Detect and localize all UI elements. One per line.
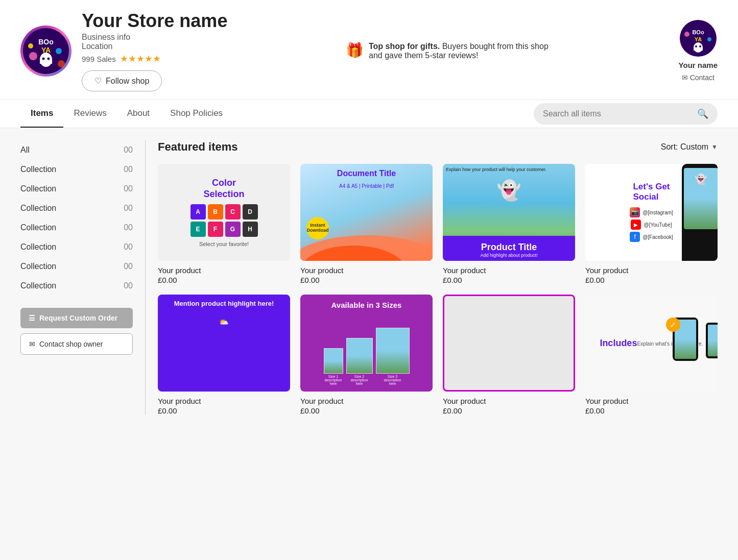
- instagram-icon: 📷: [630, 207, 640, 217]
- document-title: Document Title: [300, 169, 433, 178]
- sort-label: Sort: Custom: [661, 142, 708, 152]
- tab-about[interactable]: About: [117, 100, 160, 128]
- color-box-g: G: [225, 222, 241, 237]
- store-info: Your Store name Business info Location 9…: [82, 10, 227, 91]
- sort-button[interactable]: Sort: Custom ▼: [661, 142, 718, 152]
- sidebar-collection-1-count: 00: [124, 165, 133, 174]
- color-box-a: A: [191, 204, 206, 220]
- color-box-e: E: [191, 222, 206, 237]
- product-card-1[interactable]: ColorSelection A B C D E F G H Select yo…: [158, 164, 290, 284]
- tab-shop-policies[interactable]: Shop Policies: [160, 100, 233, 128]
- product-card-8[interactable]: Includes Explain what's included here.: [585, 295, 718, 415]
- badge-text: Top shop for gifts. Buyers bought from t…: [369, 42, 560, 60]
- svg-point-17: [699, 45, 701, 47]
- products-area: Featured items Sort: Custom ▼ ColorSelec…: [158, 140, 718, 415]
- sidebar-item-collection-4[interactable]: Collection 00: [20, 218, 133, 237]
- user-avatar: BOo YA: [680, 20, 717, 57]
- header-badge: 🎁 Top shop for gifts. Buyers bought from…: [346, 42, 560, 60]
- product-title-sub: Add highlight about product!: [447, 253, 571, 258]
- product-thumb-5: Mention product highlight here! ⛅ ⛅ ⛅: [158, 295, 290, 392]
- sidebar-all-count: 00: [124, 145, 133, 155]
- sidebar-divider: [145, 140, 146, 415]
- star-rating: ★★★★★: [120, 53, 161, 64]
- contact-shop-owner-button[interactable]: ✉ Contact shop owner: [20, 333, 133, 355]
- navigation-bar: Items Reviews About Shop Policies 🔍: [0, 100, 738, 128]
- product-thumb-1: ColorSelection A B C D E F G H Select yo…: [158, 164, 290, 261]
- header-left: BOo YA Your Store name Business info Loc…: [20, 10, 227, 91]
- product-card-7[interactable]: Your product £0.00: [443, 295, 575, 415]
- svg-point-18: [684, 32, 689, 37]
- sidebar-collection-2-label: Collection: [20, 184, 56, 193]
- svg-point-6: [47, 57, 50, 60]
- size-box-1: [324, 348, 343, 374]
- product-thumb-6: Available in 3 Sizes Size 1descriptionhe…: [300, 295, 433, 392]
- size-box-2: [346, 338, 373, 374]
- color-box-d: D: [243, 204, 258, 220]
- sidebar-collection-3-count: 00: [124, 204, 133, 213]
- sidebar-item-collection-6[interactable]: Collection 00: [20, 257, 133, 276]
- size-label-2: Size 2descriptionhere: [351, 375, 368, 385]
- sidebar-item-collection-5[interactable]: Collection 00: [20, 237, 133, 257]
- store-location: Location: [82, 42, 227, 51]
- color-box-h: H: [243, 222, 258, 237]
- product-card-4[interactable]: Let's GetSocial 📷 @[instagram] ▶ @[YouTu…: [585, 164, 718, 284]
- nav-tabs: Items Reviews About Shop Policies: [20, 100, 233, 128]
- follow-shop-button[interactable]: ♡ Follow shop: [82, 70, 162, 91]
- list-icon: ☰: [29, 314, 35, 322]
- facebook-icon: f: [630, 232, 640, 242]
- ghost-icon: 👻: [497, 179, 521, 202]
- color-box-f: F: [208, 222, 223, 237]
- size-3: Size 3descriptionhere: [376, 328, 410, 385]
- product-thumb-8: Includes Explain what's included here.: [585, 295, 718, 392]
- sidebar-item-collection-7[interactable]: Collection 00: [20, 276, 133, 296]
- search-input[interactable]: [543, 109, 692, 118]
- svg-rect-15: [694, 47, 703, 51]
- color-box-c: C: [225, 204, 241, 220]
- sidebar-collection-7-label: Collection: [20, 281, 56, 290]
- svg-text:BOo: BOo: [692, 29, 704, 35]
- product-price-8: £0.00: [585, 406, 718, 415]
- social-title: Let's GetSocial: [633, 182, 670, 203]
- product-card-2[interactable]: Document Title A4 & A5 | Printable | Pdf…: [300, 164, 433, 284]
- sidebar-item-collection-3[interactable]: Collection 00: [20, 199, 133, 218]
- phone-mockup: 👻: [682, 164, 718, 261]
- product-card-5[interactable]: Mention product highlight here! ⛅ ⛅ ⛅ Yo…: [158, 295, 290, 415]
- product-name-7: Your product: [443, 397, 575, 405]
- sidebar-actions: ☰ Request Custom Order ✉ Contact shop ow…: [20, 308, 133, 355]
- contact-text: Contact: [690, 74, 715, 82]
- svg-point-9: [28, 43, 33, 48]
- product-name-3: Your product: [443, 266, 575, 275]
- sidebar-collection-4-count: 00: [124, 223, 133, 232]
- header-contact-link[interactable]: ✉ Contact: [682, 74, 715, 82]
- sidebar-item-collection-2[interactable]: Collection 00: [20, 179, 133, 199]
- badge-strong: Top shop for gifts.: [369, 42, 440, 51]
- tab-items[interactable]: Items: [20, 100, 63, 128]
- product-thumb-2: Document Title A4 & A5 | Printable | Pdf…: [300, 164, 433, 261]
- product-price-3: £0.00: [443, 276, 575, 284]
- request-custom-order-button[interactable]: ☰ Request Custom Order: [20, 308, 133, 328]
- store-name: Your Store name: [82, 10, 227, 32]
- main-content: All 00 Collection 00 Collection 00 Colle…: [0, 128, 738, 427]
- color-box-b: B: [208, 204, 223, 220]
- tab-reviews[interactable]: Reviews: [63, 100, 116, 128]
- social-instagram-row: 📷 @[instagram]: [630, 207, 673, 217]
- sidebar-item-collection-1[interactable]: Collection 00: [20, 160, 133, 179]
- business-info: Business info: [82, 33, 227, 42]
- product-card-6[interactable]: Available in 3 Sizes Size 1descriptionhe…: [300, 295, 433, 415]
- sidebar-collection-1-label: Collection: [20, 165, 56, 174]
- sidebar-collection-5-label: Collection: [20, 242, 56, 252]
- instagram-label: @[instagram]: [642, 210, 673, 215]
- product-price-1: £0.00: [158, 276, 290, 284]
- svg-rect-4: [40, 60, 52, 64]
- size-2: Size 2descriptionhere: [346, 338, 373, 385]
- user-name: Your name: [679, 61, 718, 69]
- sidebar-collection-7-count: 00: [124, 281, 133, 290]
- svg-point-7: [29, 52, 37, 60]
- product-card-3[interactable]: Explain how your product will help your …: [443, 164, 575, 284]
- header-right: BOo YA Your name ✉ Contact: [679, 20, 718, 82]
- sidebar-collection-3-label: Collection: [20, 204, 56, 213]
- product-price-7: £0.00: [443, 406, 575, 415]
- document-subtitle: A4 & A5 | Printable | Pdf: [300, 183, 433, 189]
- social-facebook-row: f @[Facebook]: [630, 232, 673, 242]
- sidebar-item-all[interactable]: All 00: [20, 140, 133, 160]
